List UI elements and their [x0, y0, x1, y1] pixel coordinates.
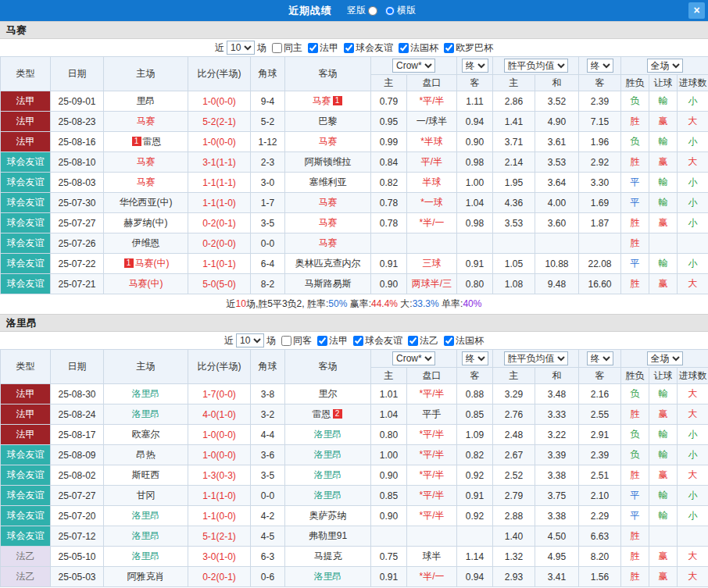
team-name: 昂热	[137, 449, 156, 460]
home-water: 0.91	[371, 254, 407, 274]
checkbox-input[interactable]	[344, 43, 354, 53]
handicap: *平/半	[407, 506, 457, 526]
away-water: 1.04	[457, 193, 493, 213]
final-avg-select[interactable]: 终	[587, 351, 613, 365]
home-water: 0.79	[371, 91, 407, 112]
result-handicap	[649, 233, 678, 254]
filter-checkbox-同客[interactable]: 同客	[281, 334, 312, 347]
team-name: 洛里昂	[314, 429, 342, 440]
scope-cell: 全场	[621, 350, 708, 368]
match-count-select[interactable]: 10	[227, 41, 255, 55]
handicap: *半/一	[407, 213, 457, 233]
checkbox-label: 法国杯	[456, 334, 484, 347]
match-type: 球会友谊	[1, 254, 51, 274]
match-type: 球会友谊	[1, 506, 51, 526]
away-water: 1.09	[457, 425, 493, 445]
scope-select[interactable]: 全场	[647, 351, 683, 365]
away-water: 0.82	[457, 445, 493, 465]
avg-odds-cell: 胜平负均值	[493, 350, 579, 368]
avg-odds-select[interactable]: 胜平负均值	[504, 59, 568, 73]
away-team: 弗勒里91	[285, 526, 371, 547]
odds-home: 2.14	[493, 152, 535, 173]
subcol-result-wdl: 胜负	[621, 368, 649, 384]
filter-checkbox-法国杯[interactable]: 法国杯	[399, 41, 438, 55]
layout-radio-vertical[interactable]: 竖版	[347, 4, 377, 17]
scope-select[interactable]: 全场	[647, 59, 683, 73]
match-row: 球会友谊25-08-10马赛3-1(1-1)2-3阿斯顿维拉0.84平/半0.9…	[1, 152, 708, 173]
odds-away: 1.69	[579, 193, 621, 213]
horizontal-radio-input[interactable]	[385, 6, 395, 16]
odds-away: 16.60	[579, 274, 621, 294]
checkbox-input[interactable]	[308, 43, 318, 53]
odds-source-select[interactable]: Crow*	[392, 351, 435, 365]
handicap: 两球半/三	[407, 274, 457, 294]
filter-checkbox-欧罗巴杯[interactable]: 欧罗巴杯	[444, 41, 493, 55]
result-handicap: 輸	[649, 445, 678, 465]
odds-draw: 3.33	[535, 404, 579, 425]
filter-checkbox-同主[interactable]: 同主	[272, 41, 302, 55]
home-team: 赫罗纳(中)	[104, 213, 188, 233]
odds-home: 2.48	[493, 425, 535, 445]
checkbox-input[interactable]	[317, 336, 327, 346]
checkbox-input[interactable]	[444, 336, 454, 346]
away-team: 洛里昂	[285, 465, 371, 486]
away-team: 洛里昂	[285, 567, 371, 587]
match-type: 球会友谊	[1, 193, 51, 213]
checkbox-input[interactable]	[444, 43, 454, 53]
filter-checkbox-法甲[interactable]: 法甲	[308, 41, 338, 55]
layout-radio-horizontal[interactable]: 横版	[385, 4, 416, 17]
close-icon[interactable]: ×	[688, 2, 705, 19]
match-date: 25-07-22	[51, 254, 104, 274]
subcol-odds-draw: 和	[535, 75, 579, 91]
match-count-select[interactable]: 10	[236, 333, 264, 347]
match-type: 法甲	[1, 404, 51, 425]
subcol-away-water: 客	[457, 75, 493, 91]
odds-home: 1.41	[493, 112, 535, 132]
away-team: 巴黎	[285, 112, 371, 132]
final-odds-select[interactable]: 终	[462, 59, 488, 73]
result-wdl: 胜	[621, 274, 649, 294]
score: 3-1(1-1)	[188, 152, 251, 173]
team-name: 马赛	[319, 136, 338, 147]
match-date: 25-08-03	[51, 173, 104, 193]
team-name: 阿雅克肖	[127, 571, 165, 582]
filter-checkbox-法乙[interactable]: 法乙	[408, 334, 438, 347]
checkbox-input[interactable]	[408, 336, 418, 346]
result-handicap: 輸	[649, 506, 678, 526]
result-handicap: 赢	[649, 547, 678, 567]
result-handicap: 赢	[649, 465, 678, 486]
result-handicap: 赢	[649, 112, 678, 132]
rank-badge: 1	[132, 137, 141, 146]
filter-checkbox-法国杯[interactable]: 法国杯	[444, 334, 484, 347]
avg-odds-select[interactable]: 胜平负均值	[504, 351, 568, 365]
checkbox-input[interactable]	[399, 43, 409, 53]
matches-table: 类型 日期 主场 比分(半场) 角球 客场 Crow* 终 胜平负均值	[0, 349, 708, 587]
result-goals: 小	[678, 193, 708, 213]
result-wdl: 胜	[621, 233, 649, 254]
checkbox-input[interactable]	[272, 43, 282, 53]
matches-table: 类型 日期 主场 比分(半场) 角球 客场 Crow* 终 胜平负均值	[0, 56, 708, 294]
filter-checkbox-球会友谊[interactable]: 球会友谊	[353, 334, 402, 347]
match-row: 球会友谊25-07-27赫罗纳(中)0-2(0-1)3-5马赛0.78*半/一0…	[1, 213, 708, 233]
vertical-radio-input[interactable]	[368, 6, 377, 16]
result-goals: 大	[678, 567, 708, 587]
match-date: 25-07-27	[51, 213, 104, 233]
final-avg-select[interactable]: 终	[587, 59, 613, 73]
filter-checkbox-法甲[interactable]: 法甲	[317, 334, 348, 347]
team-name: 洛里昂	[314, 469, 342, 480]
home-team: 伊维恩	[104, 233, 188, 254]
col-type: 类型	[1, 57, 51, 91]
checkbox-input[interactable]	[353, 336, 363, 346]
final-odds-select[interactable]: 终	[462, 351, 488, 365]
scope-cell: 全场	[621, 57, 708, 75]
odds-source-select[interactable]: Crow*	[392, 59, 435, 73]
away-team: 马赛	[285, 193, 371, 213]
checkbox-input[interactable]	[281, 336, 291, 346]
result-handicap: 輸	[649, 384, 678, 404]
score: 5-0(5-0)	[188, 274, 251, 294]
filter-checkbox-球会友谊[interactable]: 球会友谊	[344, 41, 393, 55]
home-water: 0.90	[371, 274, 407, 294]
away-team: 马赛	[285, 132, 371, 152]
match-date: 25-07-30	[51, 193, 104, 213]
score: 0-2(0-1)	[188, 213, 251, 233]
